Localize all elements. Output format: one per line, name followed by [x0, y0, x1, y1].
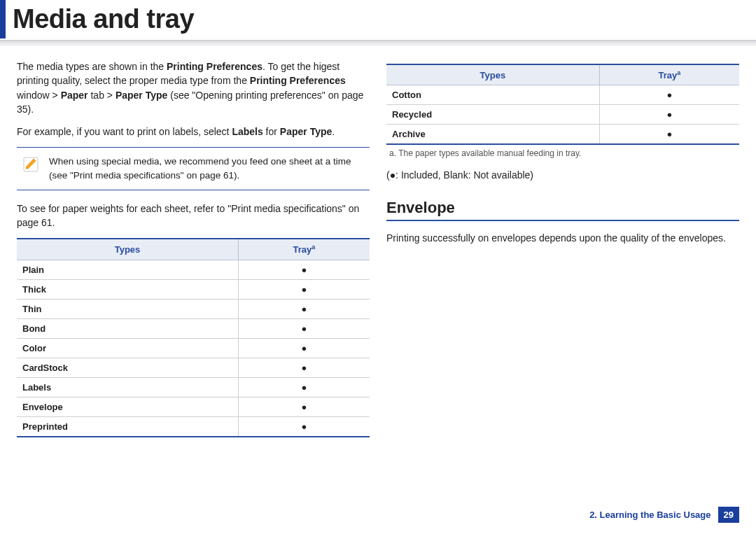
table-cell-type: Archive — [386, 125, 599, 145]
note-icon — [21, 155, 42, 176]
media-table-left: Types Traya Plain● Thick● Thin● Bond● Co… — [17, 238, 370, 437]
table-row: Color● — [17, 338, 370, 358]
envelope-paragraph: Printing successfully on envelopes depen… — [386, 231, 739, 245]
table-cell-type: Thick — [17, 279, 238, 299]
right-column: Types Traya Cotton● Recycled● Archive● a… — [386, 59, 739, 437]
left-column: The media types are shown in the Printin… — [17, 59, 370, 437]
text-bold: Labels — [232, 126, 262, 137]
header-accent-bar — [0, 0, 6, 38]
table-cell-mark: ● — [238, 318, 370, 338]
header-title-wrap: Media and tray — [0, 0, 756, 38]
content-columns: The media types are shown in the Printin… — [0, 45, 756, 437]
intro-paragraph-1: The media types are shown in the Printin… — [17, 59, 370, 116]
page-header: Media and tray — [0, 0, 756, 45]
header-divider — [0, 40, 756, 45]
table-cell-mark: ● — [238, 260, 370, 279]
text-span: tab > — [88, 90, 115, 101]
text-span: window > — [17, 90, 61, 101]
table-row: Envelope● — [17, 397, 370, 416]
table-cell-type: Labels — [17, 377, 238, 397]
footer-page-number: 29 — [718, 507, 739, 523]
table-row: Cotton● — [386, 85, 739, 105]
table-cell-mark: ● — [599, 85, 739, 105]
table-cell-type: Plain — [17, 260, 238, 279]
table-cell-mark: ● — [599, 125, 739, 145]
table-cell-mark: ● — [599, 105, 739, 125]
section-heading-envelope: Envelope — [386, 199, 739, 221]
table-cell-mark: ● — [238, 299, 370, 318]
text-span: The media types are shown in the — [17, 61, 167, 72]
footer-chapter: 2. Learning the Basic Usage — [589, 510, 710, 520]
table-cell-mark: ● — [238, 416, 370, 437]
table-row: Bond● — [17, 318, 370, 338]
table-header-tray: Traya — [599, 64, 739, 85]
table-footnote: a. The paper types available manual feed… — [386, 148, 739, 160]
table-row: Archive● — [386, 125, 739, 145]
table-row: Thin● — [17, 299, 370, 318]
table-cell-type: Preprinted — [17, 416, 238, 437]
text-span: For example, if you want to print on lab… — [17, 126, 232, 137]
table-cell-type: Cotton — [386, 85, 599, 105]
text-bold: Printing Preferences — [250, 75, 346, 86]
table-cell-type: Color — [17, 338, 238, 358]
table-cell-type: Recycled — [386, 105, 599, 125]
table-row: Thick● — [17, 279, 370, 299]
note-box: When using special media, we recommend y… — [17, 147, 370, 190]
text-bold: Paper Type — [115, 90, 167, 101]
table-header-types: Types — [386, 64, 599, 85]
text-span: . — [332, 126, 335, 137]
text-bold: Printing Preferences — [167, 61, 262, 72]
table-row: CardStock● — [17, 358, 370, 377]
table-row: Recycled● — [386, 105, 739, 125]
table-cell-mark: ● — [238, 397, 370, 416]
intro-paragraph-3: To see for paper weights for each sheet,… — [17, 202, 370, 230]
table-cell-type: Envelope — [17, 397, 238, 416]
table-cell-type: CardStock — [17, 358, 238, 377]
note-text: When using special media, we recommend y… — [49, 155, 365, 182]
table-row: Plain● — [17, 260, 370, 279]
text-span: Tray — [658, 70, 677, 80]
table-cell-mark: ● — [238, 358, 370, 377]
media-table-right: Types Traya Cotton● Recycled● Archive● — [386, 64, 739, 145]
table-legend: (●: Included, Blank: Not available) — [386, 169, 739, 181]
superscript: a — [312, 244, 315, 251]
table-cell-type: Bond — [17, 318, 238, 338]
table-cell-mark: ● — [238, 279, 370, 299]
intro-paragraph-2: For example, if you want to print on lab… — [17, 125, 370, 139]
table-row: Labels● — [17, 377, 370, 397]
table-cell-mark: ● — [238, 377, 370, 397]
text-span: Tray — [293, 245, 312, 255]
text-span: for — [263, 126, 280, 137]
text-bold: Paper Type — [280, 126, 332, 137]
table-row: Preprinted● — [17, 416, 370, 437]
table-cell-type: Thin — [17, 299, 238, 318]
page-footer: 2. Learning the Basic Usage 29 — [589, 507, 739, 523]
table-header-tray: Traya — [238, 239, 370, 260]
table-cell-mark: ● — [238, 338, 370, 358]
superscript: a — [677, 69, 680, 76]
page-title: Media and tray — [6, 0, 194, 38]
text-bold: Paper — [61, 90, 88, 101]
table-header-types: Types — [17, 239, 238, 260]
